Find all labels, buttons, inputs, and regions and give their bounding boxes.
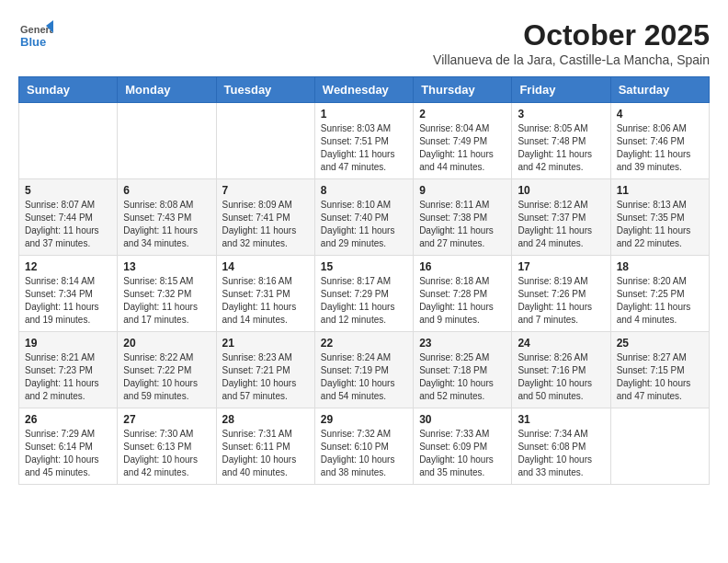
calendar-cell: 31Sunrise: 7:34 AM Sunset: 6:08 PM Dayli… xyxy=(512,408,610,485)
calendar-cell: 26Sunrise: 7:29 AM Sunset: 6:14 PM Dayli… xyxy=(19,408,118,485)
calendar-week-row: 26Sunrise: 7:29 AM Sunset: 6:14 PM Dayli… xyxy=(19,408,710,485)
day-number: 31 xyxy=(518,413,604,426)
day-info: Sunrise: 8:22 AM Sunset: 7:22 PM Dayligh… xyxy=(123,351,210,403)
calendar-cell: 1Sunrise: 8:03 AM Sunset: 7:51 PM Daylig… xyxy=(314,103,413,179)
day-number: 29 xyxy=(321,413,407,426)
day-info: Sunrise: 8:03 AM Sunset: 7:51 PM Dayligh… xyxy=(321,122,407,174)
day-info: Sunrise: 8:19 AM Sunset: 7:26 PM Dayligh… xyxy=(518,275,604,327)
day-info: Sunrise: 8:16 AM Sunset: 7:31 PM Dayligh… xyxy=(222,275,309,327)
day-info: Sunrise: 7:32 AM Sunset: 6:10 PM Dayligh… xyxy=(321,428,407,479)
calendar-cell: 5Sunrise: 8:07 AM Sunset: 7:44 PM Daylig… xyxy=(19,179,118,256)
day-number: 15 xyxy=(321,260,407,273)
day-number: 30 xyxy=(419,413,506,426)
day-info: Sunrise: 8:10 AM Sunset: 7:40 PM Dayligh… xyxy=(321,199,407,250)
page-header: General Blue October 2025 Villanueva de … xyxy=(18,18,710,67)
day-info: Sunrise: 8:14 AM Sunset: 7:34 PM Dayligh… xyxy=(25,275,111,327)
day-info: Sunrise: 7:29 AM Sunset: 6:14 PM Dayligh… xyxy=(25,428,111,479)
day-number: 28 xyxy=(222,413,309,426)
calendar-cell: 10Sunrise: 8:12 AM Sunset: 7:37 PM Dayli… xyxy=(512,179,610,256)
calendar-cell: 22Sunrise: 8:24 AM Sunset: 7:19 PM Dayli… xyxy=(314,332,413,408)
calendar-day-header: Monday xyxy=(118,77,216,103)
day-number: 16 xyxy=(419,260,506,273)
day-number: 11 xyxy=(617,184,703,197)
calendar-day-header: Wednesday xyxy=(314,77,413,103)
calendar-cell: 12Sunrise: 8:14 AM Sunset: 7:34 PM Dayli… xyxy=(19,256,118,332)
calendar-cell: 20Sunrise: 8:22 AM Sunset: 7:22 PM Dayli… xyxy=(118,332,216,408)
calendar-cell: 24Sunrise: 8:26 AM Sunset: 7:16 PM Dayli… xyxy=(512,332,610,408)
day-number: 27 xyxy=(123,413,210,426)
day-info: Sunrise: 7:31 AM Sunset: 6:11 PM Dayligh… xyxy=(222,428,309,479)
day-info: Sunrise: 8:23 AM Sunset: 7:21 PM Dayligh… xyxy=(222,351,309,403)
calendar-cell: 2Sunrise: 8:04 AM Sunset: 7:49 PM Daylig… xyxy=(414,103,512,179)
calendar-cell: 11Sunrise: 8:13 AM Sunset: 7:35 PM Dayli… xyxy=(610,179,709,256)
calendar-day-header: Saturday xyxy=(610,77,709,103)
calendar-cell: 21Sunrise: 8:23 AM Sunset: 7:21 PM Dayli… xyxy=(216,332,314,408)
day-info: Sunrise: 8:12 AM Sunset: 7:37 PM Dayligh… xyxy=(518,199,604,250)
calendar-cell: 15Sunrise: 8:17 AM Sunset: 7:29 PM Dayli… xyxy=(314,256,413,332)
day-info: Sunrise: 8:13 AM Sunset: 7:35 PM Dayligh… xyxy=(617,199,703,250)
calendar-week-row: 5Sunrise: 8:07 AM Sunset: 7:44 PM Daylig… xyxy=(19,179,710,256)
day-info: Sunrise: 8:26 AM Sunset: 7:16 PM Dayligh… xyxy=(518,351,604,403)
day-number: 7 xyxy=(222,184,309,197)
day-info: Sunrise: 7:30 AM Sunset: 6:13 PM Dayligh… xyxy=(123,428,210,479)
day-number: 9 xyxy=(419,184,506,197)
day-info: Sunrise: 8:25 AM Sunset: 7:18 PM Dayligh… xyxy=(419,351,506,403)
calendar-cell: 6Sunrise: 8:08 AM Sunset: 7:43 PM Daylig… xyxy=(118,179,216,256)
calendar-cell: 9Sunrise: 8:11 AM Sunset: 7:38 PM Daylig… xyxy=(414,179,512,256)
calendar-cell: 14Sunrise: 8:16 AM Sunset: 7:31 PM Dayli… xyxy=(216,256,314,332)
logo: General Blue xyxy=(18,18,53,53)
calendar-day-header: Friday xyxy=(512,77,610,103)
calendar-cell: 16Sunrise: 8:18 AM Sunset: 7:28 PM Dayli… xyxy=(414,256,512,332)
calendar-subtitle: Villanueva de la Jara, Castille-La Manch… xyxy=(433,52,710,67)
day-info: Sunrise: 8:07 AM Sunset: 7:44 PM Dayligh… xyxy=(25,199,111,250)
day-info: Sunrise: 7:33 AM Sunset: 6:09 PM Dayligh… xyxy=(419,428,506,479)
day-info: Sunrise: 8:15 AM Sunset: 7:32 PM Dayligh… xyxy=(123,275,210,327)
calendar-cell xyxy=(610,408,709,485)
day-number: 4 xyxy=(617,108,703,121)
calendar-table: SundayMondayTuesdayWednesdayThursdayFrid… xyxy=(18,76,710,485)
title-block: October 2025 Villanueva de la Jara, Cast… xyxy=(433,18,710,67)
day-number: 6 xyxy=(123,184,210,197)
day-info: Sunrise: 8:18 AM Sunset: 7:28 PM Dayligh… xyxy=(419,275,506,327)
calendar-week-row: 12Sunrise: 8:14 AM Sunset: 7:34 PM Dayli… xyxy=(19,256,710,332)
calendar-cell: 18Sunrise: 8:20 AM Sunset: 7:25 PM Dayli… xyxy=(610,256,709,332)
day-info: Sunrise: 8:06 AM Sunset: 7:46 PM Dayligh… xyxy=(617,122,703,174)
day-number: 23 xyxy=(419,337,506,350)
day-info: Sunrise: 8:08 AM Sunset: 7:43 PM Dayligh… xyxy=(123,199,210,250)
day-number: 5 xyxy=(25,184,111,197)
calendar-header-row: SundayMondayTuesdayWednesdayThursdayFrid… xyxy=(19,77,710,103)
calendar-cell: 13Sunrise: 8:15 AM Sunset: 7:32 PM Dayli… xyxy=(118,256,216,332)
day-number: 21 xyxy=(222,337,309,350)
day-info: Sunrise: 8:05 AM Sunset: 7:48 PM Dayligh… xyxy=(518,122,604,174)
calendar-cell: 29Sunrise: 7:32 AM Sunset: 6:10 PM Dayli… xyxy=(314,408,413,485)
day-number: 22 xyxy=(321,337,407,350)
day-number: 12 xyxy=(25,260,111,273)
calendar-cell: 3Sunrise: 8:05 AM Sunset: 7:48 PM Daylig… xyxy=(512,103,610,179)
day-number: 1 xyxy=(321,108,407,121)
calendar-cell: 8Sunrise: 8:10 AM Sunset: 7:40 PM Daylig… xyxy=(314,179,413,256)
day-number: 26 xyxy=(25,413,111,426)
calendar-cell: 28Sunrise: 7:31 AM Sunset: 6:11 PM Dayli… xyxy=(216,408,314,485)
day-number: 3 xyxy=(518,108,604,121)
calendar-cell xyxy=(118,103,216,179)
day-info: Sunrise: 8:24 AM Sunset: 7:19 PM Dayligh… xyxy=(321,351,407,403)
day-number: 20 xyxy=(123,337,210,350)
svg-text:Blue: Blue xyxy=(20,35,46,49)
day-number: 19 xyxy=(25,337,111,350)
calendar-cell: 7Sunrise: 8:09 AM Sunset: 7:41 PM Daylig… xyxy=(216,179,314,256)
calendar-cell xyxy=(19,103,118,179)
day-info: Sunrise: 8:04 AM Sunset: 7:49 PM Dayligh… xyxy=(419,122,506,174)
day-number: 10 xyxy=(518,184,604,197)
calendar-cell: 25Sunrise: 8:27 AM Sunset: 7:15 PM Dayli… xyxy=(610,332,709,408)
day-number: 14 xyxy=(222,260,309,273)
calendar-cell: 27Sunrise: 7:30 AM Sunset: 6:13 PM Dayli… xyxy=(118,408,216,485)
day-info: Sunrise: 7:34 AM Sunset: 6:08 PM Dayligh… xyxy=(518,428,604,479)
day-number: 2 xyxy=(419,108,506,121)
day-info: Sunrise: 8:27 AM Sunset: 7:15 PM Dayligh… xyxy=(617,351,703,403)
day-number: 17 xyxy=(518,260,604,273)
calendar-cell: 30Sunrise: 7:33 AM Sunset: 6:09 PM Dayli… xyxy=(414,408,512,485)
day-info: Sunrise: 8:17 AM Sunset: 7:29 PM Dayligh… xyxy=(321,275,407,327)
calendar-cell: 4Sunrise: 8:06 AM Sunset: 7:46 PM Daylig… xyxy=(610,103,709,179)
calendar-week-row: 1Sunrise: 8:03 AM Sunset: 7:51 PM Daylig… xyxy=(19,103,710,179)
calendar-cell: 17Sunrise: 8:19 AM Sunset: 7:26 PM Dayli… xyxy=(512,256,610,332)
